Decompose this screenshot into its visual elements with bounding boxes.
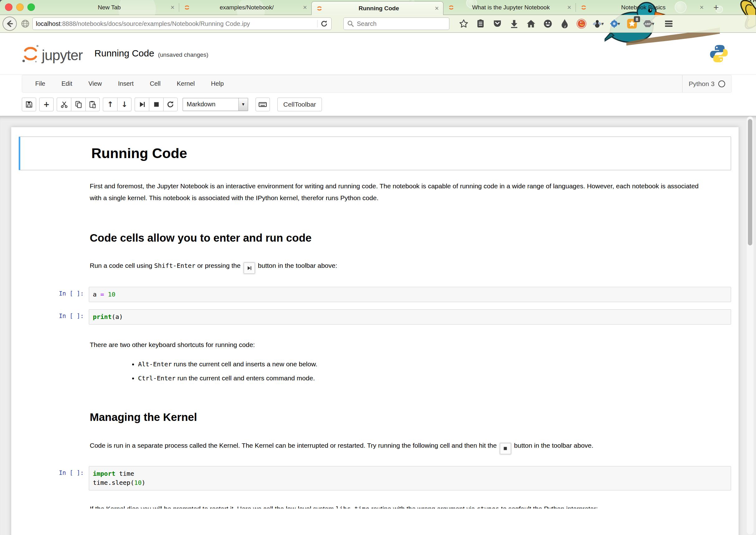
code-input-area[interactable]: a = 10 [89,287,731,302]
inline-stop-button-image [500,443,511,454]
input-prompt: In [ ]: [19,466,89,491]
bottom-clipped-paragraph[interactable]: If the Kernel dies you will be prompted … [90,503,701,509]
window-minimize-button[interactable] [16,3,24,11]
window-zoom-button[interactable] [27,3,35,11]
move-cell-down-button[interactable]: ↓ [117,98,131,111]
jupyter-favicon-icon [580,4,587,11]
smiley-addon-icon[interactable] [542,17,554,30]
code-input-area[interactable]: import timetime.sleep(10) [89,466,731,491]
menu-kernel[interactable]: Kernel [169,75,203,92]
shortcuts-paragraph[interactable]: There are two other keyboard shortcuts f… [90,339,701,351]
cell-toolbar-button[interactable]: CellToolbar [277,98,322,111]
shift-enter-kbd: Shift-Enter [154,262,195,269]
pocket-icon[interactable] [491,17,503,30]
url-bar[interactable]: localhost:8888/notebooks/docs/source/exa… [32,17,332,30]
cell-type-value: Markdown [183,101,238,108]
tab-notebook-basics[interactable]: Notebook Basics × [576,0,708,15]
selected-markdown-cell[interactable]: Running Code [19,137,731,170]
tab-label: What is the Jupyter Notebook [458,4,564,11]
command-palette-keyboard-button[interactable] [256,98,270,111]
code-cell[interactable]: In [ ]: import timetime.sleep(10) [19,466,731,491]
notebook-title[interactable]: Running Code [94,48,154,59]
menu-hamburger-icon[interactable] [662,17,675,30]
select-dropdown-arrow-icon: ▼ [238,98,248,111]
scrollbar-track[interactable] [747,117,753,534]
search-box[interactable] [343,17,449,30]
site-identity-globe-icon[interactable] [20,18,31,29]
browser-navigation-bar: localhost:8888/notebooks/docs/source/exa… [0,15,756,33]
restart-kernel-button[interactable] [163,98,177,111]
browser-window: { "browser": { "tabs": [ { "label": "New… [0,0,756,535]
paste-cell-button[interactable] [85,98,100,111]
blue-addon-icon[interactable]: ▼ [609,17,621,30]
adblock-plus-icon[interactable]: ABP ▼ [643,17,655,30]
tab-examples-notebook[interactable]: examples/Notebook/ × [179,0,311,15]
kernel-idle-indicator-icon [718,80,725,87]
fly-addon-icon[interactable]: ▼ [592,17,605,30]
tab-strip: New Tab × examples/Notebook/ × Running C… [47,0,724,15]
url-separator [317,20,317,27]
code-cell[interactable]: In [ ]: print(a) [19,309,731,324]
list-item: Alt-Enter runs the current cell and inse… [138,359,731,369]
reading-list-icon[interactable] [474,17,487,30]
insert-cell-below-button[interactable]: + [39,98,54,111]
tab-label: New Tab [51,4,167,11]
intro-paragraph[interactable]: First and foremost, the Jupyter Notebook… [90,180,701,205]
jupyter-favicon-icon [183,4,190,11]
section-heading-managing-kernel[interactable]: Managing the Kernel [90,411,731,423]
notebook-h1-title: Running Code [91,146,731,161]
menu-view[interactable]: View [80,75,110,92]
section-heading-code-cells[interactable]: Code cells allow you to enter and run co… [90,232,731,244]
browser-toolbar-icons: ▼ ▼ 8 ABP ▼ [457,17,675,30]
copy-cell-button[interactable] [71,98,85,111]
menu-help[interactable]: Help [203,75,232,92]
tab-running-code-active[interactable]: Running Code × [311,1,444,15]
code-input-area[interactable]: print(a) [89,309,731,324]
browser-tab-bar: New Tab × examples/Notebook/ × Running C… [0,0,756,15]
kernel-paragraph[interactable]: Code is run in a separate process called… [90,439,701,454]
cut-cell-button[interactable] [57,98,71,111]
tab-new-tab[interactable]: New Tab × [47,0,179,15]
stylish-star-addon-icon[interactable]: 8 [626,17,638,30]
notebook-container: Running Code First and foremost, the Jup… [11,127,739,535]
menu-cell[interactable]: Cell [142,75,169,92]
menu-insert[interactable]: Insert [110,75,142,92]
jupyter-favicon-icon [448,4,455,11]
code-cell[interactable]: In [ ]: a = 10 [19,287,731,302]
search-icon [347,20,354,27]
run-instruction-paragraph[interactable]: Run a code cell using Shift-Enter or pre… [90,260,701,274]
reload-button[interactable] [320,20,328,28]
python-logo-icon [709,44,729,63]
window-close-button[interactable] [5,3,13,11]
run-cell-button[interactable] [135,98,149,111]
search-input[interactable] [357,20,446,27]
move-cell-up-button[interactable]: ↑ [103,98,117,111]
new-tab-button[interactable]: + [708,0,724,15]
home-icon[interactable] [525,17,537,30]
ink-drop-addon-icon[interactable] [558,17,571,30]
tab-close-icon[interactable]: × [567,4,571,11]
tab-what-is-jupyter[interactable]: What is the Jupyter Notebook × [444,0,576,15]
back-button[interactable] [3,16,17,31]
menu-file[interactable]: File [22,75,53,92]
menu-edit[interactable]: Edit [53,75,80,92]
bookmark-star-icon[interactable] [457,17,470,30]
tab-label: examples/Notebook/ [194,4,300,11]
scrollbar-thumb[interactable] [748,119,752,245]
input-prompt: In [ ]: [19,309,89,324]
jupyter-toolbar: + ↑ ↓ Markdown ▼ CellToolbar [0,93,756,116]
shortcuts-list: Alt-Enter runs the current cell and inse… [90,359,731,383]
interrupt-kernel-button[interactable] [149,98,163,111]
tab-close-icon[interactable]: × [700,4,704,11]
jupyter-logo[interactable]: jupyter [21,43,83,64]
tab-close-icon[interactable]: × [435,5,439,12]
tab-close-icon[interactable]: × [303,4,307,11]
cell-type-select[interactable]: Markdown ▼ [183,98,248,111]
abp-label: ABP [645,22,651,26]
notebook-scroll-area: Running Code First and foremost, the Jup… [0,116,756,535]
download-icon[interactable] [508,17,521,30]
duckduckgo-icon[interactable] [575,17,588,30]
tab-close-icon[interactable]: × [171,4,175,11]
save-button[interactable] [22,98,36,111]
url-path: :8888/notebooks/docs/source/examples/Not… [61,20,315,27]
